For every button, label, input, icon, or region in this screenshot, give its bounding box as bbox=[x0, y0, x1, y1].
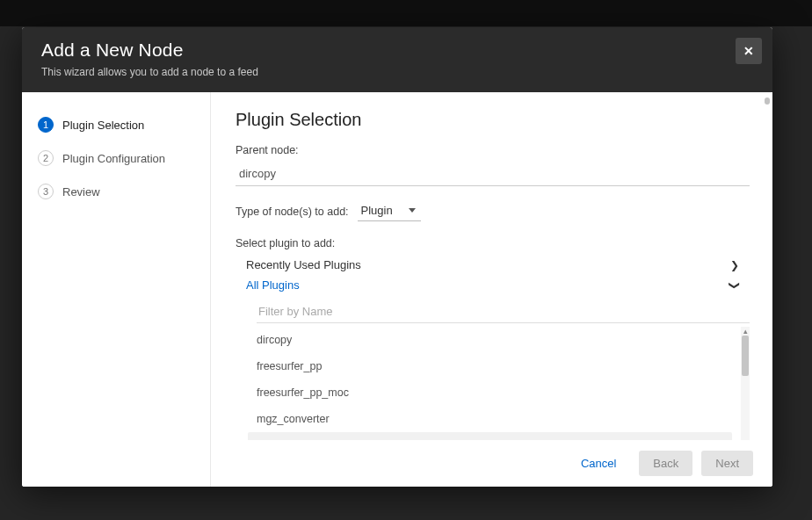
cancel-button[interactable]: Cancel bbox=[567, 451, 630, 476]
type-label: Type of node(s) to add: bbox=[236, 206, 349, 218]
plugin-list-scrollbar[interactable]: ▴ ▾ bbox=[741, 327, 750, 459]
wizard-footer: Cancel Back Next bbox=[211, 440, 772, 487]
plugin-item-freesurfer-pp[interactable]: freesurfer_pp bbox=[248, 353, 732, 379]
modal-title: Add a New Node bbox=[41, 40, 753, 61]
page-heading: Plugin Selection bbox=[236, 110, 750, 130]
recent-plugins-header[interactable]: Recently Used Plugins ❯ bbox=[236, 255, 750, 275]
caret-down-icon bbox=[409, 208, 416, 213]
type-select-value: Plugin bbox=[361, 204, 393, 217]
type-of-node-row: Type of node(s) to add: Plugin bbox=[236, 202, 750, 221]
recent-plugins-label: Recently Used Plugins bbox=[246, 258, 361, 271]
back-button[interactable]: Back bbox=[639, 451, 692, 476]
parent-node-input[interactable] bbox=[236, 162, 750, 186]
step-badge: 1 bbox=[38, 117, 54, 133]
main-scrollbar-thumb[interactable] bbox=[765, 98, 770, 105]
plugin-item-dircopy[interactable]: dircopy bbox=[248, 327, 732, 353]
backdrop-top-strip bbox=[0, 0, 812, 26]
step-label: Review bbox=[62, 185, 100, 199]
plugin-item-freesurfer-pp-moc[interactable]: freesurfer_pp_moc bbox=[248, 379, 732, 406]
scroll-up-icon[interactable]: ▴ bbox=[741, 327, 750, 336]
step-plugin-configuration[interactable]: 2 Plugin Configuration bbox=[34, 145, 198, 178]
all-plugins-header[interactable]: All Plugins ❯ bbox=[236, 275, 750, 295]
type-select[interactable]: Plugin bbox=[358, 202, 421, 221]
close-icon: ✕ bbox=[743, 44, 754, 58]
filter-by-name-input[interactable] bbox=[257, 300, 750, 323]
modal-subtitle: This wizard allows you to add a node to … bbox=[41, 66, 753, 78]
plugin-list-wrap: dircopy freesurfer_pp freesurfer_pp_moc … bbox=[248, 327, 750, 459]
main-content: Plugin Selection Parent node: Type of no… bbox=[211, 92, 772, 487]
parent-node-label: Parent node: bbox=[236, 144, 750, 156]
close-button[interactable]: ✕ bbox=[736, 38, 762, 64]
modal-body: 1 Plugin Selection 2 Plugin Configuratio… bbox=[22, 92, 772, 487]
scroll-thumb[interactable] bbox=[742, 336, 749, 376]
step-label: Plugin Configuration bbox=[62, 152, 165, 165]
step-label: Plugin Selection bbox=[62, 119, 144, 132]
step-plugin-selection[interactable]: 1 Plugin Selection bbox=[34, 112, 198, 145]
step-badge: 3 bbox=[38, 184, 54, 199]
plugin-list[interactable]: dircopy freesurfer_pp freesurfer_pp_moc … bbox=[248, 327, 750, 459]
plugin-accordion: Recently Used Plugins ❯ All Plugins ❯ di… bbox=[236, 255, 750, 459]
chevron-right-icon: ❯ bbox=[730, 259, 739, 271]
add-node-modal: Add a New Node This wizard allows you to… bbox=[22, 27, 772, 487]
select-plugin-label: Select plugin to add: bbox=[236, 237, 750, 249]
wizard-main: Plugin Selection Parent node: Type of no… bbox=[211, 92, 772, 487]
all-plugins-label: All Plugins bbox=[246, 278, 300, 292]
modal-header: Add a New Node This wizard allows you to… bbox=[22, 27, 772, 92]
wizard-sidebar: 1 Plugin Selection 2 Plugin Configuratio… bbox=[22, 92, 211, 487]
step-review[interactable]: 3 Review bbox=[34, 178, 198, 212]
plugin-item-mgz-converter[interactable]: mgz_converter bbox=[248, 406, 732, 432]
chevron-down-icon: ❯ bbox=[729, 281, 741, 290]
next-button[interactable]: Next bbox=[701, 451, 753, 476]
step-badge: 2 bbox=[38, 150, 54, 166]
